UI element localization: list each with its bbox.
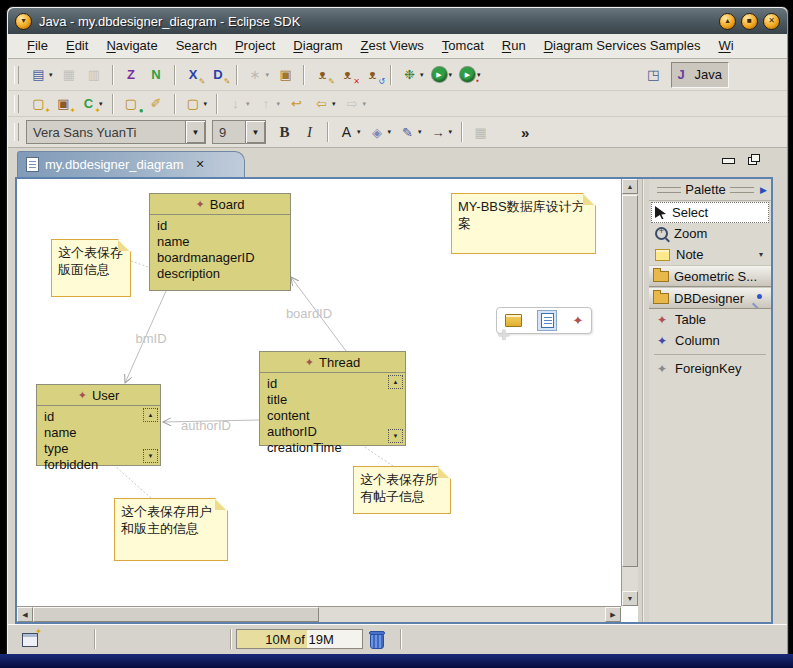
new-package-button[interactable]: ▣✦ [52, 92, 75, 116]
menu-diagram[interactable]: Diagram [284, 34, 351, 58]
entity-field[interactable]: id [157, 218, 283, 234]
minimize-view-button[interactable] [722, 158, 735, 164]
java-perspective-button[interactable]: JJava [671, 62, 729, 88]
dropdown-icon[interactable]: ▾ [277, 100, 281, 108]
scroll-up-icon[interactable]: ▲ [622, 179, 638, 194]
new-dtd-button[interactable]: D✎ [207, 63, 230, 87]
back-button[interactable]: ⇦▾ [310, 92, 339, 116]
menu-tomcat[interactable]: Tomcat [433, 34, 493, 58]
palette-tool-column[interactable]: ✦ Column [649, 330, 771, 351]
titlebar[interactable]: ▾ Java - my.dbdesigner_diagram - Eclipse… [8, 8, 787, 34]
tomcat-restart-button[interactable]: ᴥ↺ [361, 63, 384, 87]
search-button[interactable]: ✐ [145, 92, 168, 116]
entity-field[interactable]: id [267, 376, 398, 392]
entity-field[interactable]: description [157, 266, 283, 282]
menu-search[interactable]: Search [167, 34, 226, 58]
menu-diagram-services-samples[interactable]: Diagram Services Samples [535, 34, 710, 58]
palette-header[interactable]: Palette ▶ [649, 179, 771, 201]
zest-z-button[interactable]: Z [120, 63, 143, 87]
dropdown-icon[interactable]: ▾ [246, 100, 250, 108]
palette-tool-foreignkey[interactable]: ✦ ForeignKey [649, 358, 771, 379]
entity-board[interactable]: ✦BoardidnameboardmanagerIDdescription [149, 193, 291, 291]
open-type-button[interactable]: ▢● [120, 92, 143, 116]
field-scroll-down-icon[interactable]: ▼ [143, 449, 158, 463]
new-wizard-button[interactable]: ▤▾ [27, 63, 56, 87]
window-menu-button[interactable]: ▾ [15, 13, 32, 30]
entity-field[interactable]: creationTime [267, 440, 398, 456]
dropdown-icon[interactable]: ▾ [204, 100, 208, 108]
tomcat-edit-button[interactable]: ᴥ✎ [311, 63, 334, 87]
menu-run[interactable]: Run [493, 34, 535, 58]
menu-edit[interactable]: Edit [57, 34, 97, 58]
menu-file[interactable]: File [18, 34, 57, 58]
last-edit-button[interactable]: ↩ [285, 92, 308, 116]
scroll-right-icon[interactable]: ▶ [605, 607, 621, 622]
run-external-button[interactable]: ▶▪▾ [457, 63, 484, 87]
font-family-dropdown-icon[interactable]: ▼ [185, 121, 205, 143]
popup-text-tool-button[interactable] [537, 310, 557, 331]
field-scroll-up-icon[interactable]: ▲ [388, 375, 403, 389]
bold-button[interactable]: B [273, 120, 296, 144]
entity-field[interactable]: authorID [267, 424, 398, 440]
palette-tool-zoom[interactable]: Zoom [649, 223, 771, 244]
diagram-note[interactable]: MY-BBS数据库设计方案 [451, 193, 596, 254]
dropdown-icon[interactable]: ▾ [420, 71, 424, 79]
dropdown-icon[interactable]: ▾ [266, 71, 270, 79]
scroll-down-icon[interactable]: ▼ [622, 591, 638, 606]
tomcat-stop-button[interactable]: ᴥ✕ [336, 63, 359, 87]
entity-field[interactable]: type [44, 441, 153, 457]
garbage-collect-button[interactable] [370, 634, 384, 649]
entity-field[interactable]: boardmanagerID [157, 250, 283, 266]
close-button[interactable]: ✕ [763, 13, 780, 30]
open-resource-button[interactable]: ▢▾ [182, 92, 211, 116]
menu-wi[interactable]: Wi [709, 34, 742, 58]
import-artifact-button[interactable]: ▣ [274, 63, 297, 87]
menu-zest-views[interactable]: Zest Views [352, 34, 433, 58]
font-size-select[interactable]: 9 ▼ [212, 120, 266, 144]
connection-label[interactable]: authorID [181, 418, 231, 433]
connection-label[interactable]: bmID [135, 331, 166, 346]
line-color-button[interactable]: ✎▾ [396, 120, 425, 144]
dropdown-icon[interactable]: ▾ [332, 100, 336, 108]
diagram-note[interactable]: 这个表保存所有帖子信息 [353, 466, 451, 514]
palette-tool-select[interactable]: Select [651, 202, 769, 223]
diagram-canvas[interactable]: ✦ ✚ bmIDboardIDauthorID✦Boardidnameboard… [17, 179, 621, 606]
diagram-note[interactable]: 这个表保存用户和版主的信息 [114, 498, 228, 561]
shade-button[interactable]: ▴ [719, 13, 736, 30]
dropdown-icon[interactable]: ▾ [49, 71, 53, 79]
menu-project[interactable]: Project [226, 34, 284, 58]
toolbar-handle[interactable] [14, 123, 19, 141]
pin-icon[interactable] [752, 293, 763, 304]
editor-tab[interactable]: my.dbdesigner_diagram ✕ [17, 151, 245, 177]
new-class-button[interactable]: C✦▾ [77, 92, 106, 116]
palette-drawer-dbdesigner[interactable]: DBDesigner [649, 287, 771, 309]
popup-note-tool-icon[interactable] [505, 314, 522, 327]
entity-header[interactable]: ✦User [37, 385, 160, 406]
palette-tool-note[interactable]: Note ▾ [649, 244, 771, 265]
entity-field[interactable]: name [157, 234, 283, 250]
entity-field[interactable]: title [267, 392, 398, 408]
palette-collapse-icon[interactable]: ▶ [760, 185, 767, 195]
dropdown-icon[interactable]: ▾ [449, 71, 453, 79]
font-size-dropdown-icon[interactable]: ▼ [245, 121, 265, 143]
entity-field[interactable]: forbidden [44, 457, 153, 473]
palette-tool-table[interactable]: ✦ Table [649, 309, 771, 330]
new-java-project-button[interactable]: ▢✦ [27, 92, 50, 116]
dropdown-icon[interactable]: ▾ [363, 100, 367, 108]
tab-close-icon[interactable]: ✕ [196, 158, 205, 171]
horizontal-scroll-thumb[interactable] [33, 607, 319, 622]
field-scroll-down-icon[interactable]: ▼ [388, 429, 403, 443]
debug-button[interactable]: ❉▾ [398, 63, 427, 87]
run-button[interactable]: ▶▾ [429, 63, 456, 87]
vertical-scroll-thumb[interactable] [622, 195, 638, 567]
entity-header[interactable]: ✦Board [150, 194, 290, 215]
field-scroll-up-icon[interactable]: ▲ [143, 408, 158, 422]
connection-label[interactable]: boardID [286, 306, 332, 321]
font-color-button[interactable]: A▾ [335, 120, 364, 144]
entity-field[interactable]: name [44, 425, 153, 441]
arrow-style-button[interactable]: →▾ [427, 120, 456, 144]
entity-field[interactable]: id [44, 409, 153, 425]
entity-user[interactable]: ✦Useridnametypeforbidden▲▼ [36, 384, 161, 466]
canvas-horizontal-scrollbar[interactable]: ◀ ▶ [17, 606, 621, 622]
font-family-select[interactable]: Vera Sans YuanTi ▼ [26, 120, 206, 144]
